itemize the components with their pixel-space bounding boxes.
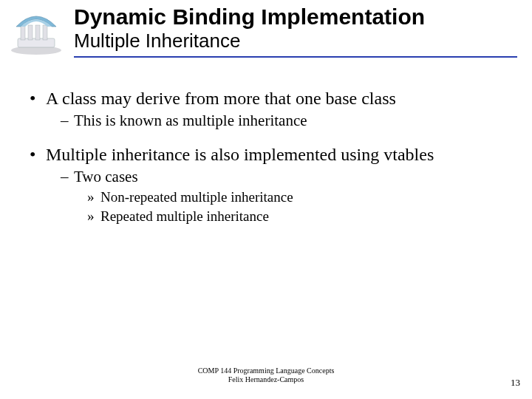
unc-well-logo	[7, 4, 65, 56]
svg-rect-3	[28, 25, 33, 40]
header: Dynamic Binding Implementation Multiple …	[74, 4, 517, 58]
title-underline	[74, 56, 517, 58]
footer: COMP 144 Programming Language Concepts F…	[0, 366, 532, 384]
bullet-level3: Non-repeated multiple inheritance	[30, 188, 510, 207]
bullet-level2: Two cases	[30, 167, 510, 186]
page-number: 13	[511, 377, 520, 389]
bullet-level3: Repeated multiple inheritance	[30, 208, 510, 226]
body-content: A class may derive from more that one ba…	[30, 87, 510, 228]
svg-rect-5	[43, 25, 47, 40]
footer-line1: COMP 144 Programming Language Concepts	[0, 366, 532, 375]
svg-rect-2	[21, 25, 25, 40]
slide-title: Dynamic Binding Implementation	[74, 4, 517, 29]
footer-line2: Felix Hernandez-Campos	[0, 375, 532, 384]
svg-rect-4	[35, 25, 40, 40]
slide: Dynamic Binding Implementation Multiple …	[0, 0, 532, 399]
bullet-level1: A class may derive from more that one ba…	[30, 87, 510, 109]
bullet-level2: This is known as multiple inheritance	[30, 111, 510, 130]
bullet-level1: Multiple inheritance is also implemented…	[30, 143, 510, 166]
slide-subtitle: Multiple Inheritance	[74, 30, 517, 55]
